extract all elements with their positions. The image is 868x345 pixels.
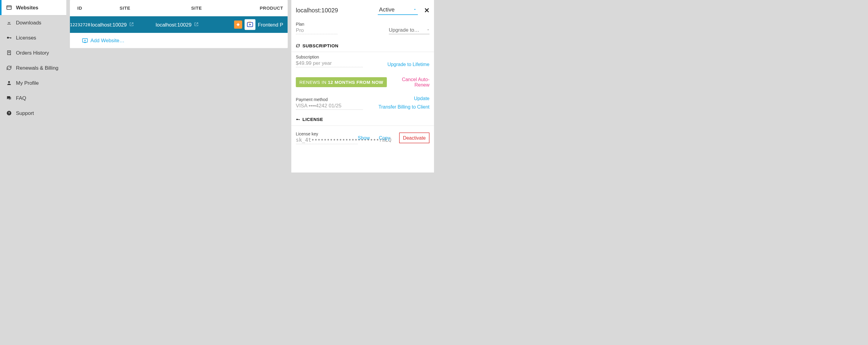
payment-value: VISA ••••4242 01/25 bbox=[296, 103, 363, 110]
cell-product: Frontend P bbox=[234, 19, 287, 30]
sidebar-item-label: FAQ bbox=[16, 95, 26, 101]
key-icon bbox=[6, 35, 12, 41]
cell-id: 12232728 bbox=[70, 22, 91, 27]
license-copy-link[interactable]: Copy bbox=[379, 135, 390, 141]
renewal-row: RENEWS IN 12 MONTHS FROM NOW Cancel Auto… bbox=[291, 74, 434, 88]
license-key-field: License key sk_4t••••••••••••••••••••••r… bbox=[296, 132, 358, 144]
license-row: License key sk_4t••••••••••••••••••••••r… bbox=[291, 129, 434, 145]
cancel-auto-renew-link[interactable]: Cancel Auto-Renew bbox=[387, 77, 430, 88]
receipt-icon bbox=[6, 50, 12, 56]
app-root: Websites Downloads Licenses Orders Histo… bbox=[0, 0, 434, 173]
site1-text: localhost:10029 bbox=[91, 22, 127, 27]
close-icon[interactable]: ✕ bbox=[424, 6, 430, 14]
chat-icon bbox=[6, 95, 12, 101]
plugin-icon bbox=[234, 21, 242, 29]
external-link-icon[interactable] bbox=[129, 22, 133, 26]
sidebar-item-label: Websites bbox=[16, 4, 38, 10]
key-icon bbox=[296, 117, 300, 121]
sidebar-item-downloads[interactable]: Downloads bbox=[0, 15, 66, 30]
cell-site1: localhost:10029 bbox=[91, 22, 156, 28]
subscription-heading: SUBSCRIPTION bbox=[303, 43, 338, 48]
subscription-value: $49.99 per year bbox=[296, 60, 363, 67]
add-website-label: Add Website… bbox=[90, 37, 124, 44]
detail-header: localhost:10029 Active ✕ bbox=[291, 0, 434, 21]
detail-panel: localhost:10029 Active ✕ Plan Pro Upgrad… bbox=[291, 0, 434, 173]
upgrade-lifetime-link[interactable]: Upgrade to Lifetime bbox=[387, 62, 430, 67]
renew-prefix: RENEWS IN bbox=[300, 80, 328, 85]
plan-value: Pro bbox=[296, 27, 338, 34]
cell-site2: localhost:10029 bbox=[156, 22, 234, 28]
caret-down-icon bbox=[413, 8, 417, 11]
detail-title: localhost:10029 bbox=[296, 7, 378, 14]
sidebar-item-label: Renewals & Billing bbox=[16, 65, 59, 71]
transfer-billing-link[interactable]: Transfer Billing to Client bbox=[378, 104, 430, 110]
caret-down-icon bbox=[427, 28, 430, 31]
svg-rect-3 bbox=[9, 37, 11, 38]
status-value: Active bbox=[379, 6, 395, 13]
sidebar-item-label: Support bbox=[16, 110, 34, 116]
svg-rect-5 bbox=[11, 37, 11, 38]
external-link-icon[interactable] bbox=[194, 22, 198, 26]
payment-update-link[interactable]: Update bbox=[414, 95, 430, 101]
svg-text:?: ? bbox=[8, 111, 10, 115]
product-name: Frontend P bbox=[258, 22, 283, 28]
subscription-field: Subscription $49.99 per year bbox=[296, 55, 363, 67]
sidebar-item-profile[interactable]: My Profile bbox=[0, 76, 66, 90]
svg-point-8 bbox=[8, 81, 10, 83]
sidebar-item-label: Licenses bbox=[16, 35, 36, 41]
help-icon: ? bbox=[6, 110, 12, 116]
sync-icon bbox=[296, 44, 300, 48]
plan-row: Plan Pro Upgrade to… bbox=[291, 21, 434, 37]
col-id: ID bbox=[70, 6, 93, 11]
sidebar-item-faq[interactable]: FAQ bbox=[0, 90, 66, 106]
col-product: PRODUCT bbox=[236, 6, 288, 11]
license-key-label: License key bbox=[296, 132, 358, 136]
site2-text: localhost:10029 bbox=[156, 22, 191, 27]
plan-label: Plan bbox=[296, 22, 338, 27]
table-row[interactable]: 12232728 localhost:10029 localhost:10029 bbox=[70, 16, 288, 33]
svg-rect-20 bbox=[299, 119, 300, 120]
subscription-label: Subscription bbox=[296, 55, 363, 60]
section-license: LICENSE bbox=[291, 113, 434, 126]
sidebar: Websites Downloads Licenses Orders Histo… bbox=[0, 0, 66, 173]
svg-rect-4 bbox=[10, 37, 11, 38]
plan-field: Plan Pro bbox=[296, 22, 338, 34]
renew-bold: 12 MONTHS FROM NOW bbox=[328, 80, 383, 85]
payment-field: Payment method VISA ••••4242 01/25 bbox=[296, 97, 363, 110]
table-header: ID SITE SITE PRODUCT bbox=[70, 0, 288, 16]
product-logo-icon bbox=[244, 19, 255, 30]
sidebar-item-label: My Profile bbox=[16, 80, 39, 86]
svg-rect-0 bbox=[7, 6, 11, 9]
add-website-button[interactable]: Add Website… bbox=[70, 33, 288, 48]
svg-rect-18 bbox=[298, 119, 299, 119]
payment-label: Payment method bbox=[296, 97, 363, 102]
user-icon bbox=[6, 80, 12, 86]
upgrade-label: Upgrade to… bbox=[389, 27, 419, 33]
sidebar-item-label: Downloads bbox=[16, 20, 41, 26]
sidebar-item-renewals[interactable]: Renewals & Billing bbox=[0, 60, 66, 76]
download-icon bbox=[6, 20, 12, 26]
svg-point-2 bbox=[7, 37, 9, 38]
browser-icon bbox=[6, 4, 12, 10]
websites-table-area: ID SITE SITE PRODUCT 12232728 localhost:… bbox=[66, 0, 288, 173]
sidebar-item-label: Orders History bbox=[16, 50, 49, 56]
sidebar-item-support[interactable]: ? Support bbox=[0, 106, 66, 121]
license-heading: LICENSE bbox=[303, 117, 323, 122]
sidebar-item-orders[interactable]: Orders History bbox=[0, 45, 66, 60]
status-select[interactable]: Active bbox=[378, 6, 418, 15]
sidebar-item-websites[interactable]: Websites bbox=[0, 0, 66, 15]
add-website-icon bbox=[82, 37, 88, 44]
sync-icon bbox=[6, 65, 12, 71]
col-site1: SITE bbox=[93, 6, 157, 11]
col-site2: SITE bbox=[157, 6, 236, 11]
section-subscription: SUBSCRIPTION bbox=[291, 40, 434, 52]
license-key-value: sk_4t••••••••••••••••••••••rmLQ bbox=[296, 137, 358, 144]
subscription-price-row: Subscription $49.99 per year Upgrade to … bbox=[291, 52, 434, 68]
license-actions: Show Copy Deactivate bbox=[358, 133, 430, 143]
svg-rect-19 bbox=[299, 119, 299, 120]
sidebar-item-licenses[interactable]: Licenses bbox=[0, 30, 66, 45]
renewal-badge: RENEWS IN 12 MONTHS FROM NOW bbox=[296, 77, 387, 87]
license-deactivate-button[interactable]: Deactivate bbox=[399, 133, 430, 143]
license-show-link[interactable]: Show bbox=[358, 135, 370, 141]
plan-upgrade-select[interactable]: Upgrade to… bbox=[389, 27, 430, 34]
